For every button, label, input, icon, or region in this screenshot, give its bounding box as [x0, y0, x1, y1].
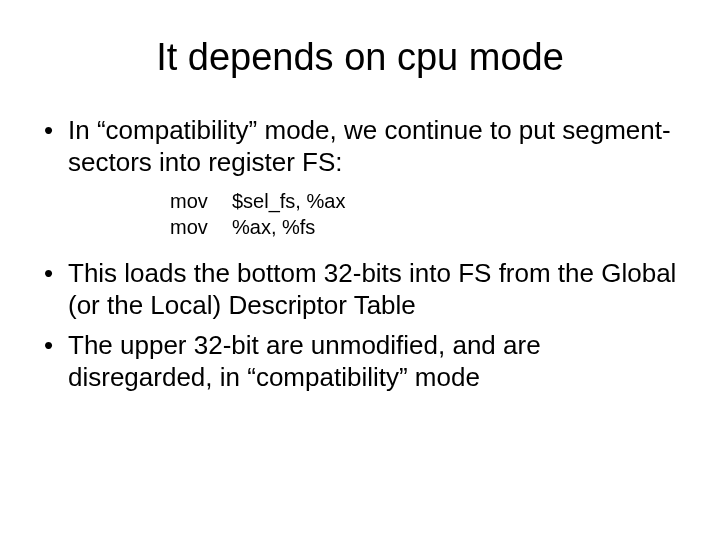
- code-line: mov$sel_fs, %ax: [170, 188, 680, 214]
- bullet-item: The upper 32-bit are unmodified, and are…: [40, 330, 680, 393]
- bullet-item: This loads the bottom 32-bits into FS fr…: [40, 258, 680, 321]
- code-mnemonic: mov: [170, 188, 232, 214]
- code-operands: %ax, %fs: [232, 216, 315, 238]
- slide: It depends on cpu mode In “compatibility…: [0, 0, 720, 540]
- code-mnemonic: mov: [170, 214, 232, 240]
- code-line: mov%ax, %fs: [170, 214, 680, 240]
- bullet-list: This loads the bottom 32-bits into FS fr…: [40, 258, 680, 393]
- bullet-list: In “compatibility” mode, we continue to …: [40, 115, 680, 178]
- slide-title: It depends on cpu mode: [40, 36, 680, 79]
- code-block: mov$sel_fs, %ax mov%ax, %fs: [170, 188, 680, 240]
- bullet-item: In “compatibility” mode, we continue to …: [40, 115, 680, 178]
- code-operands: $sel_fs, %ax: [232, 190, 345, 212]
